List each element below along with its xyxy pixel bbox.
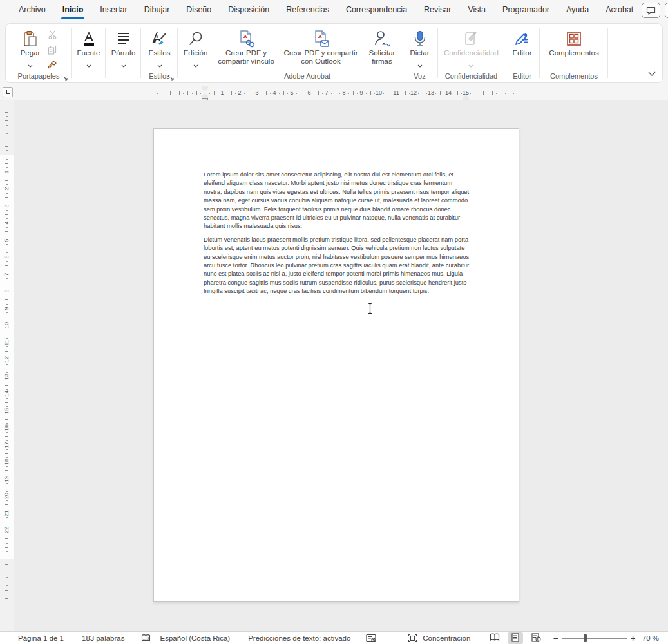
ruler-tick xyxy=(5,538,8,539)
ruler-tick xyxy=(5,334,8,334)
macro-record-icon[interactable] xyxy=(366,634,376,643)
ruler-number: 4 xyxy=(271,90,278,96)
paragraph[interactable]: Lorem ipsum dolor sits amet consectetur … xyxy=(204,170,472,231)
editing-button[interactable]: Edición xyxy=(181,28,211,82)
paragraph[interactable]: Dictum venenatis lacus praesent mollis p… xyxy=(204,235,472,296)
menu-tab-archivo[interactable]: Archivo xyxy=(10,0,54,21)
web-layout-button[interactable] xyxy=(528,632,544,644)
read-mode-button[interactable] xyxy=(487,632,502,644)
ruler-tick xyxy=(5,138,8,138)
zoom-slider-thumb[interactable] xyxy=(584,634,587,642)
ruler-tick xyxy=(5,283,8,283)
ruler-tick xyxy=(157,93,158,94)
dialog-launcher-icon[interactable] xyxy=(167,72,175,79)
ruler-tick xyxy=(5,163,8,164)
pdf-outlook-icon xyxy=(312,30,330,48)
sensitivity-label: Confidencialidad xyxy=(444,49,499,57)
ruler-number: 12 xyxy=(410,90,417,96)
chevron-down-icon xyxy=(417,59,423,70)
ruler-tick xyxy=(5,155,8,155)
ruler-number: 8 xyxy=(3,287,10,296)
ruler-tick xyxy=(244,93,245,94)
comments-button[interactable] xyxy=(642,3,660,18)
ruler-tick xyxy=(505,93,506,94)
microphone-icon xyxy=(411,30,429,48)
menu-tab-ayuda[interactable]: Ayuda xyxy=(558,0,597,21)
menu-tab-referencias[interactable]: Referencias xyxy=(278,0,338,21)
ruler-tick xyxy=(6,210,8,211)
dialog-launcher-icon[interactable] xyxy=(61,72,68,79)
ruler-tick xyxy=(209,93,210,94)
ruler-tick xyxy=(6,108,8,108)
collapse-ribbon-button[interactable] xyxy=(648,67,656,79)
menu-tab-insertar[interactable]: Insertar xyxy=(91,0,135,21)
ruler-tick xyxy=(5,590,8,591)
ruler-number: 22 xyxy=(3,526,10,535)
ruler-tick xyxy=(179,91,180,95)
ruler-tick xyxy=(331,93,332,94)
ruler-tick xyxy=(5,351,8,352)
format-painter-button[interactable] xyxy=(45,59,59,72)
document-page[interactable]: Lorem ipsum dolor sits amet consectetur … xyxy=(153,128,519,602)
editor-label: Editor xyxy=(512,49,531,57)
menu-tab-acrobat[interactable]: Acrobat xyxy=(597,0,642,21)
word-count[interactable]: 183 palabras xyxy=(82,634,125,642)
ruler-tick xyxy=(479,93,479,94)
ruler-tick xyxy=(5,582,8,582)
print-layout-button[interactable] xyxy=(508,632,523,644)
read-mode-icon xyxy=(490,633,500,643)
vertical-ruler[interactable]: 12345678910111213141516171819202122 xyxy=(0,100,14,631)
ruler-tick xyxy=(6,560,8,560)
ruler-tick xyxy=(5,453,8,454)
ruler-tick xyxy=(6,551,8,552)
group-label-voice: Voz xyxy=(401,72,438,80)
menu-tab-disposición[interactable]: Disposición xyxy=(220,0,278,21)
ruler-tick xyxy=(6,594,8,594)
menu-tab-vista[interactable]: Vista xyxy=(459,0,494,21)
menu-tab-dibujar[interactable]: Dibujar xyxy=(136,0,178,21)
menu-tab-revisar[interactable]: Revisar xyxy=(415,0,459,21)
text-cursor xyxy=(430,287,430,294)
cut-button[interactable] xyxy=(45,30,59,43)
zoom-slider[interactable] xyxy=(562,634,627,643)
menu-tab-inicio[interactable]: Inicio xyxy=(54,0,92,21)
copy-button[interactable] xyxy=(45,44,59,57)
group-paragraph: Párrafo xyxy=(106,24,141,82)
chevron-down-icon xyxy=(193,59,198,70)
zoom-out-button[interactable]: − xyxy=(553,633,558,643)
ruler-tick xyxy=(5,214,8,215)
ruler-number: 5 xyxy=(3,236,10,245)
paragraph-icon xyxy=(115,30,133,48)
ruler-tick xyxy=(175,93,175,94)
ruler-number: 8 xyxy=(340,90,348,96)
language-indicator[interactable]: Español (Costa Rica) xyxy=(160,634,230,642)
page-indicator[interactable]: Página 1 de 1 xyxy=(18,634,64,642)
zoom-level[interactable]: 70 % xyxy=(642,634,659,642)
menu-tab-diseño[interactable]: Diseño xyxy=(178,0,220,21)
create-pdf-link-label: Crear PDF y compartir vínculo xyxy=(216,49,276,66)
menu-tab-programador[interactable]: Programador xyxy=(494,0,558,21)
ribbon-spacer xyxy=(608,24,662,82)
ruler-tick xyxy=(196,91,197,95)
document-text[interactable]: Lorem ipsum dolor sits amet consectetur … xyxy=(204,170,472,300)
text-predictions-indicator[interactable]: Predicciones de texto: activado xyxy=(248,634,350,642)
menu-tab-correspondencia[interactable]: Correspondencia xyxy=(338,0,415,21)
font-button[interactable]: Fuente xyxy=(75,28,103,82)
group-clipboard: Pegar xyxy=(6,24,72,82)
spell-check-icon[interactable] xyxy=(141,634,151,643)
ruler-tick xyxy=(370,91,371,95)
styles-label: Estilos xyxy=(149,49,171,57)
horizontal-ruler[interactable]: 123456789101112131415 xyxy=(0,86,668,100)
focus-mode-button[interactable]: Concentración xyxy=(423,634,470,642)
paragraph-button[interactable]: Párrafo xyxy=(109,28,138,82)
document-canvas[interactable]: 12345678910111213141516171819202122 Lore… xyxy=(0,100,668,631)
ribbon-card: Pegar xyxy=(5,23,663,83)
ruler-tick xyxy=(5,488,8,488)
zoom-in-button[interactable]: + xyxy=(631,633,636,643)
font-label: Fuente xyxy=(77,49,100,57)
group-sensitivity: Confidencialidad Confidencialidad xyxy=(438,24,504,82)
ruler-number: 1 xyxy=(3,167,10,176)
ruler-tick xyxy=(6,193,8,194)
editing-mode-button[interactable] xyxy=(665,3,668,18)
paste-label: Pegar xyxy=(21,49,41,57)
